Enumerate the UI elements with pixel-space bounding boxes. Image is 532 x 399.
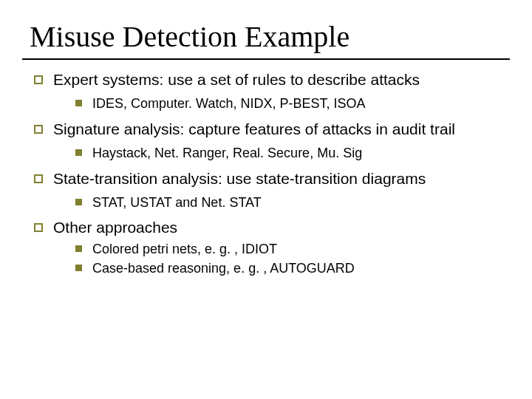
bullet-item: State-transition analysis: use state-tra… [34,169,510,188]
sub-bullet-item: Haystack, Net. Ranger, Real. Secure, Mu.… [75,145,510,162]
bullet-text: Signature analysis: capture features of … [53,120,510,139]
small-square-bullet-icon [75,265,82,271]
small-square-bullet-icon [75,199,82,205]
slide-content: Expert systems: use a set of rules to de… [22,70,510,277]
title-underline [22,58,510,60]
square-bullet-icon [34,174,43,183]
bullet-item: Signature analysis: capture features of … [34,120,510,139]
sub-bullet-text: Case-based reasoning, e. g. , AUTOGUARD [92,260,510,277]
sub-bullet-item: STAT, USTAT and Net. STAT [75,194,510,211]
small-square-bullet-icon [75,100,82,106]
small-square-bullet-icon [75,245,82,252]
square-bullet-icon [34,223,43,232]
bullet-item: Other approaches [34,218,510,237]
square-bullet-icon [34,75,43,84]
bullet-text: Expert systems: use a set of rules to de… [53,70,510,89]
sub-bullet-text: Haystack, Net. Ranger, Real. Secure, Mu.… [92,145,510,162]
square-bullet-icon [34,125,43,134]
bullet-text: Other approaches [53,218,510,237]
sub-bullet-text: Colored petri nets, e. g. , IDIOT [92,241,510,258]
slide-title: Misuse Detection Example [30,19,510,54]
bullet-text: State-transition analysis: use state-tra… [53,169,510,188]
sub-bullet-item: IDES, Computer. Watch, NIDX, P-BEST, ISO… [75,95,510,112]
sub-bullet-text: IDES, Computer. Watch, NIDX, P-BEST, ISO… [92,95,510,112]
sub-bullet-item: Colored petri nets, e. g. , IDIOT [75,241,510,258]
bullet-item: Expert systems: use a set of rules to de… [34,70,510,89]
sub-bullet-item: Case-based reasoning, e. g. , AUTOGUARD [75,260,510,277]
sub-bullet-text: STAT, USTAT and Net. STAT [92,194,510,211]
slide: Misuse Detection Example Expert systems:… [0,0,532,399]
small-square-bullet-icon [75,149,82,156]
